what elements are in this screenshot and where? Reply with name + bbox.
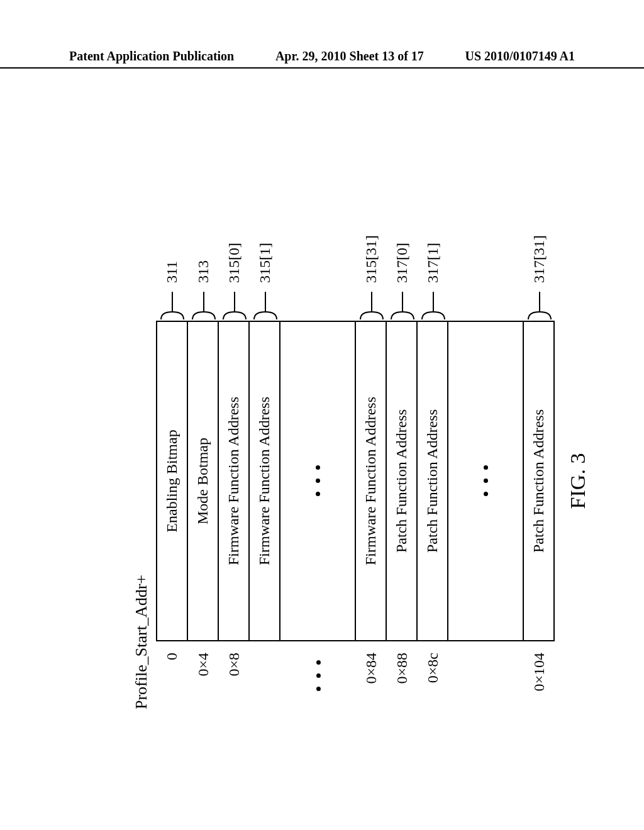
table-row: Firmware Function Address 315[1]	[250, 126, 280, 711]
brace-icon	[219, 285, 250, 321]
ref-label: 311	[164, 261, 180, 285]
cell-firmware-func-addr: Firmware Function Address	[250, 321, 280, 641]
ref-label: 313	[195, 260, 212, 285]
callout: 315[1]	[250, 243, 280, 321]
dot-icon	[316, 492, 320, 497]
table-row: 0×104 Patch Function Address 317[31]	[524, 126, 555, 711]
callout: 317[31]	[524, 235, 555, 321]
callout: 311	[156, 261, 188, 321]
figure-caption: FIG. 3	[566, 252, 590, 711]
header-left: Patent Application Publication	[69, 49, 234, 64]
table-row-ellipsis	[280, 126, 356, 711]
brace-icon	[157, 285, 187, 321]
offset-label	[250, 641, 280, 711]
offset-ellipsis	[280, 641, 356, 711]
brace-icon	[418, 285, 448, 321]
dot-icon	[484, 466, 488, 470]
callout: 315[31]	[356, 235, 387, 321]
cell-firmware-func-addr: Firmware Function Address	[356, 321, 387, 641]
dot-icon	[316, 687, 321, 692]
cell-mode-botmap: Mode Botmap	[188, 321, 219, 641]
brace-icon	[189, 285, 219, 321]
callout: 313	[188, 260, 219, 321]
header-center: Apr. 29, 2010 Sheet 13 of 17	[275, 49, 424, 64]
dot-icon	[484, 492, 488, 497]
profile-start-addr-label: Profile_Start_Addr+	[132, 126, 151, 711]
table-row: 0×8 Firmware Function Address 315[0]	[219, 126, 250, 711]
brace-icon	[387, 285, 418, 321]
cell-patch-func-addr: Patch Function Address	[418, 321, 448, 641]
table-row-ellipsis	[448, 126, 524, 711]
header-right: US 2010/0107149 A1	[465, 49, 575, 64]
dot-icon	[316, 661, 321, 665]
offset-label: 0×8c	[418, 641, 448, 711]
table-row: 0×88 Patch Function Address 317[0]	[387, 126, 418, 711]
offset-label: 0×8	[219, 641, 250, 711]
offset-label: 0	[156, 641, 188, 711]
brace-icon	[525, 285, 555, 321]
offset-label: 0×4	[188, 641, 219, 711]
figure-3: Profile_Start_Addr+ 0 Enabling Bitmap 31…	[132, 126, 590, 711]
brace-icon	[250, 285, 280, 321]
table-row: 0 Enabling Bitmap 311	[156, 126, 188, 711]
callout: 315[0]	[219, 243, 250, 321]
cell-firmware-func-addr: Firmware Function Address	[219, 321, 250, 641]
offset-label: 0×104	[524, 641, 555, 711]
cell-patch-func-addr: Patch Function Address	[524, 321, 555, 641]
ref-label: 317[0]	[394, 243, 411, 285]
offset-label: 0×88	[387, 641, 418, 711]
dot-icon	[316, 479, 320, 484]
offset-label: 0×84	[356, 641, 387, 711]
ref-label: 315[1]	[257, 243, 274, 285]
brace-icon	[357, 285, 387, 321]
cell-patch-func-addr: Patch Function Address	[387, 321, 418, 641]
figure-inner: Profile_Start_Addr+ 0 Enabling Bitmap 31…	[132, 126, 590, 711]
page-header: Patent Application Publication Apr. 29, …	[0, 49, 644, 69]
cell-ellipsis	[448, 321, 524, 641]
dot-icon	[316, 466, 320, 470]
table-row: 0×84 Firmware Function Address 315[31]	[356, 126, 387, 711]
dot-icon	[316, 674, 321, 678]
ref-label: 315[31]	[363, 235, 380, 285]
offset-ellipsis	[448, 641, 524, 711]
cell-enabling-bitmap: Enabling Bitmap	[156, 321, 188, 641]
ref-label: 315[0]	[226, 243, 243, 285]
cell-ellipsis	[280, 321, 356, 641]
ref-label: 317[31]	[531, 235, 548, 285]
callout: 317[1]	[418, 243, 448, 321]
ref-label: 317[1]	[425, 243, 441, 285]
dot-icon	[484, 479, 488, 484]
table-row: 0×8c Patch Function Address 317[1]	[418, 126, 448, 711]
table-row: 0×4 Mode Botmap 313	[188, 126, 219, 711]
page: Patent Application Publication Apr. 29, …	[0, 0, 644, 830]
callout: 317[0]	[387, 243, 418, 321]
